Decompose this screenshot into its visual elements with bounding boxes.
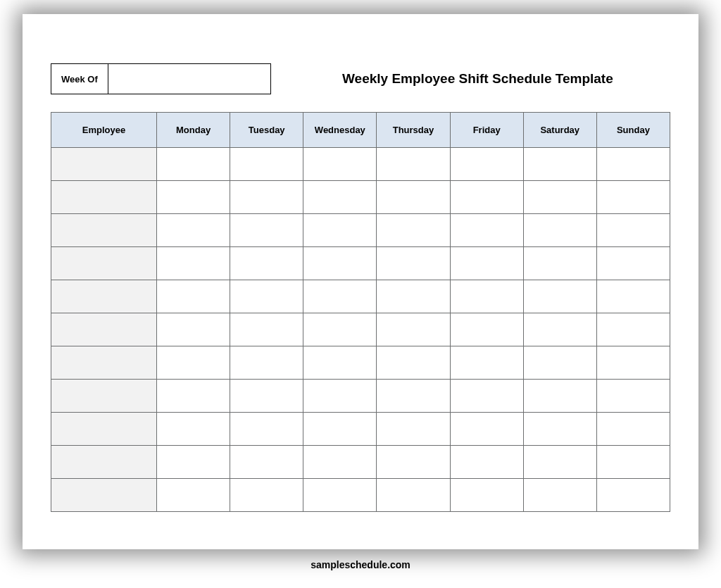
cell-wednesday [303, 380, 377, 413]
cell-wednesday [303, 313, 377, 346]
col-thursday: Thursday [377, 113, 450, 148]
cell-employee [51, 413, 157, 446]
cell-friday [450, 346, 523, 380]
cell-thursday [377, 413, 450, 446]
cell-monday [157, 380, 230, 413]
table-header-row: Employee Monday Tuesday Wednesday Thursd… [51, 113, 670, 148]
col-sunday: Sunday [596, 113, 670, 148]
table-row [51, 413, 670, 446]
cell-monday [157, 479, 230, 512]
cell-monday [157, 214, 230, 247]
table-row [51, 380, 670, 413]
cell-employee [51, 346, 157, 380]
cell-monday [157, 313, 230, 346]
cell-tuesday [230, 346, 303, 380]
table-row [51, 214, 670, 247]
cell-sunday [596, 479, 670, 512]
cell-thursday [377, 479, 450, 512]
cell-sunday [596, 413, 670, 446]
cell-friday [450, 413, 523, 446]
cell-wednesday [303, 479, 377, 512]
cell-friday [450, 380, 523, 413]
cell-wednesday [303, 214, 377, 247]
cell-wednesday [303, 413, 377, 446]
cell-tuesday [230, 479, 303, 512]
cell-saturday [523, 346, 596, 380]
cell-monday [157, 346, 230, 380]
cell-wednesday [303, 181, 377, 214]
cell-saturday [523, 380, 596, 413]
cell-friday [450, 313, 523, 346]
col-employee: Employee [51, 113, 157, 148]
cell-monday [157, 247, 230, 280]
cell-friday [450, 181, 523, 214]
col-friday: Friday [450, 113, 523, 148]
cell-monday [157, 446, 230, 479]
cell-tuesday [230, 148, 303, 181]
cell-thursday [377, 446, 450, 479]
cell-saturday [523, 214, 596, 247]
cell-wednesday [303, 148, 377, 181]
cell-saturday [523, 247, 596, 280]
schedule-table: Employee Monday Tuesday Wednesday Thursd… [51, 112, 670, 512]
cell-employee [51, 181, 157, 214]
week-of-label: Week Of [51, 64, 108, 94]
cell-thursday [377, 181, 450, 214]
cell-wednesday [303, 346, 377, 380]
cell-friday [450, 148, 523, 181]
cell-tuesday [230, 181, 303, 214]
table-row [51, 446, 670, 479]
cell-saturday [523, 181, 596, 214]
cell-sunday [596, 346, 670, 380]
cell-employee [51, 247, 157, 280]
cell-monday [157, 148, 230, 181]
cell-tuesday [230, 413, 303, 446]
cell-thursday [377, 247, 450, 280]
col-wednesday: Wednesday [303, 113, 377, 148]
cell-saturday [523, 446, 596, 479]
cell-employee [51, 280, 157, 313]
table-row [51, 313, 670, 346]
header-row: Week Of Weekly Employee Shift Schedule T… [51, 63, 670, 94]
cell-thursday [377, 313, 450, 346]
cell-monday [157, 280, 230, 313]
cell-sunday [596, 313, 670, 346]
cell-saturday [523, 413, 596, 446]
cell-employee [51, 148, 157, 181]
cell-sunday [596, 214, 670, 247]
cell-sunday [596, 446, 670, 479]
cell-employee [51, 313, 157, 346]
cell-sunday [596, 247, 670, 280]
cell-friday [450, 446, 523, 479]
col-monday: Monday [157, 113, 230, 148]
col-tuesday: Tuesday [230, 113, 303, 148]
week-of-value [108, 64, 270, 94]
cell-employee [51, 446, 157, 479]
week-of-box: Week Of [51, 63, 271, 94]
cell-wednesday [303, 280, 377, 313]
cell-employee [51, 380, 157, 413]
cell-friday [450, 479, 523, 512]
cell-tuesday [230, 446, 303, 479]
cell-tuesday [230, 280, 303, 313]
table-row [51, 247, 670, 280]
table-row [51, 346, 670, 380]
document-page: Week Of Weekly Employee Shift Schedule T… [23, 14, 698, 549]
table-row [51, 181, 670, 214]
cell-employee [51, 479, 157, 512]
table-row [51, 148, 670, 181]
page-title: Weekly Employee Shift Schedule Template [271, 71, 670, 87]
cell-saturday [523, 479, 596, 512]
cell-saturday [523, 148, 596, 181]
cell-saturday [523, 280, 596, 313]
cell-thursday [377, 148, 450, 181]
cell-monday [157, 413, 230, 446]
cell-wednesday [303, 446, 377, 479]
cell-sunday [596, 380, 670, 413]
cell-wednesday [303, 247, 377, 280]
cell-tuesday [230, 214, 303, 247]
cell-monday [157, 181, 230, 214]
cell-thursday [377, 280, 450, 313]
cell-saturday [523, 313, 596, 346]
cell-employee [51, 214, 157, 247]
